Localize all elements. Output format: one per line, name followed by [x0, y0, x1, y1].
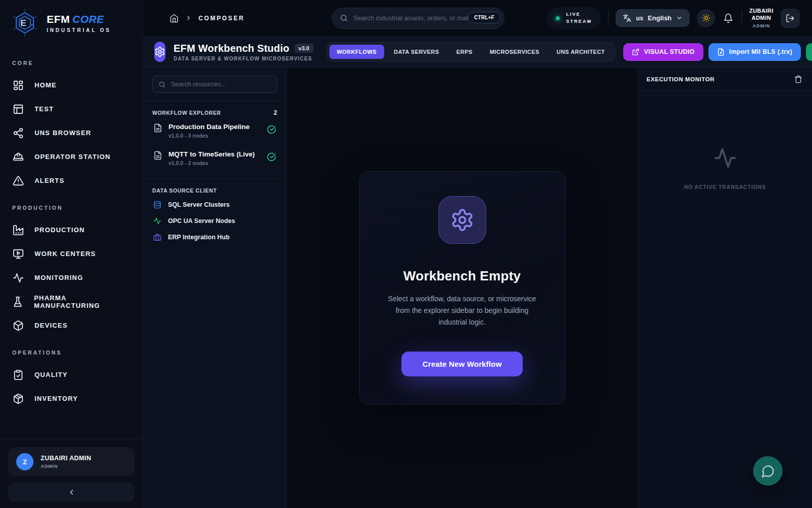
- sidebar-item-quality[interactable]: QUALITY: [0, 363, 143, 387]
- svg-text:E: E: [20, 18, 26, 28]
- external-link-icon: [632, 48, 639, 56]
- chevron-right-icon: [185, 15, 192, 21]
- sidebar-collapse-button[interactable]: [8, 483, 134, 502]
- content-row: WORKFLOW EXPLORER 2 Production Data Pipe…: [143, 68, 812, 508]
- datasource-item-erp-integration-hub[interactable]: ERP Integration Hub: [152, 229, 277, 245]
- execution-monitor-header: EXECUTION MONITOR: [638, 68, 812, 91]
- language-selector[interactable]: us English: [616, 9, 690, 27]
- workflow-item-production-data-pipeline[interactable]: Production Data Pipeline v1.0.0 - 3 node…: [152, 116, 277, 144]
- topbar-user-info: ZUBAIRIADMIN ADMIN: [749, 8, 773, 28]
- execution-monitor-title: EXECUTION MONITOR: [647, 76, 715, 82]
- page-subtitle: DATA SERVER & WORKFLOW MICROSERVICES: [174, 56, 314, 61]
- sidebar-item-pharma-manufacturing[interactable]: PHARMA MANUFACTURING: [0, 290, 143, 313]
- divider: [143, 179, 286, 179]
- create-new-workflow-button[interactable]: Create New Workflow: [401, 352, 523, 376]
- sidebar-item-alerts[interactable]: ALERTS: [0, 169, 143, 193]
- divider: [608, 11, 608, 26]
- sidebar-item-production[interactable]: PRODUCTION: [0, 218, 143, 242]
- empty-state-title: Workbench Empty: [403, 268, 521, 284]
- tab-workflows[interactable]: WORKFLOWS: [329, 45, 385, 59]
- version-badge: v3.0: [294, 44, 313, 53]
- workflow-meta: v1.0.0 - 3 nodes: [168, 133, 250, 139]
- explorer-panel: WORKFLOW EXPLORER 2 Production Data Pipe…: [143, 68, 287, 508]
- workbench-titleblock: EFM Workbench Studio v3.0 DATA SERVER & …: [174, 43, 314, 61]
- translate-icon: [623, 14, 631, 22]
- sidebar-user-role: ADMIN: [41, 463, 91, 469]
- briefcase-icon: [153, 233, 161, 241]
- sidebar-footer: Z ZUBAIRI ADMIN ADMIN: [0, 439, 143, 508]
- nav-section-label: CORE: [0, 55, 143, 73]
- divider: [741, 11, 742, 26]
- activity-pulse-icon: [714, 146, 737, 170]
- layout-icon: [12, 104, 24, 115]
- workbench-gear-icon: [154, 42, 165, 62]
- tab-microservices[interactable]: MICROSERVICES: [482, 45, 547, 59]
- workbench-canvas: Workbench Empty Select a workflow, data …: [287, 68, 637, 508]
- sun-icon: [702, 14, 710, 22]
- visual-studio-button[interactable]: VISUAL STUDIO: [623, 43, 703, 61]
- gear-icon: [438, 196, 486, 244]
- alert-triangle-icon: [12, 175, 24, 186]
- sidebar-item-devices[interactable]: DEVICES: [0, 313, 143, 337]
- cube-icon: [12, 320, 24, 331]
- topbar: COMPOSER CTRL+F LIVESTREAM us English: [143, 0, 812, 37]
- datasource-item-sql-server-clusters[interactable]: SQL Server Clusters: [152, 197, 277, 213]
- home-icon[interactable]: [170, 14, 179, 23]
- clipboard-check-icon: [12, 369, 24, 380]
- tab-data-servers[interactable]: DATA SERVERS: [386, 45, 447, 59]
- sidebar-item-inventory[interactable]: INVENTORY: [0, 387, 143, 410]
- workbench-actions: VISUAL STUDIO Import MII BLS (.trx) NEW …: [623, 43, 812, 61]
- execution-monitor-panel: EXECUTION MONITOR NO ACTIVE TRANSACTIONS: [637, 68, 812, 508]
- topbar-user-role: ADMIN: [749, 23, 773, 28]
- import-bls-button[interactable]: Import MII BLS (.trx): [708, 43, 801, 61]
- sidebar-item-test[interactable]: TEST: [0, 97, 143, 121]
- resource-search[interactable]: [152, 76, 277, 93]
- notifications-button[interactable]: [722, 12, 734, 24]
- search-icon: [158, 81, 166, 88]
- efm-logo-icon: E: [10, 8, 40, 38]
- share-network-icon: [12, 128, 24, 139]
- brand-name: EFMCORE: [47, 13, 111, 25]
- empty-state-description: Select a workflow, data source, or micro…: [386, 293, 538, 328]
- live-stream-indicator[interactable]: LIVESTREAM: [547, 7, 601, 29]
- sidebar-item-work-centers[interactable]: WORK CENTERS: [0, 242, 143, 266]
- file-import-icon: [717, 48, 725, 56]
- workflow-explorer-label: WORKFLOW EXPLORER: [152, 110, 221, 116]
- sidebar-user-card[interactable]: Z ZUBAIRI ADMIN ADMIN: [8, 447, 134, 477]
- home-grid-icon: [12, 80, 24, 91]
- chat-fab-button[interactable]: [753, 456, 783, 486]
- language-label: English: [648, 14, 671, 22]
- sidebar-item-home[interactable]: HOME: [0, 73, 143, 97]
- live-dot-icon: [556, 16, 560, 20]
- sidebar-item-uns-browser[interactable]: UNS BROWSER: [0, 121, 143, 145]
- monitor-empty-state: NO ACTIVE TRANSACTIONS: [638, 91, 812, 190]
- chevron-down-icon: [676, 15, 683, 21]
- workflow-item-mqtt-to-timeseries[interactable]: MQTT to TimeSeries (Live) v1.0.0 - 2 nod…: [152, 144, 277, 171]
- resource-search-input[interactable]: [171, 81, 271, 88]
- trash-icon[interactable]: [793, 74, 803, 84]
- sidebar-item-operator-station[interactable]: OPERATOR STATION: [0, 145, 143, 169]
- data-source-header: DATA SOURCE CLIENT: [152, 187, 277, 194]
- new-project-button[interactable]: NEW PROJECT: [806, 43, 812, 61]
- logout-button[interactable]: [781, 9, 800, 28]
- chevron-left-icon: [67, 488, 76, 496]
- theme-toggle-button[interactable]: [697, 9, 715, 27]
- datasource-item-opc-ua-server-nodes[interactable]: OPC UA Server Nodes: [152, 213, 277, 229]
- tab-uns-architect[interactable]: UNS ARCHITECT: [549, 45, 613, 59]
- page-title: EFM Workbench Studio: [174, 43, 289, 54]
- workflow-meta: v1.0.0 - 2 nodes: [168, 160, 255, 166]
- sidebar-item-monitoring[interactable]: MONITORING: [0, 266, 143, 290]
- nav-section-core: CORE HOME TEST UNS BROWSER OPERATOR STAT…: [0, 55, 143, 193]
- data-source-label: DATA SOURCE CLIENT: [152, 187, 217, 194]
- check-circle-icon: [267, 125, 276, 134]
- file-icon: [153, 151, 162, 160]
- chat-bubble-icon: [761, 464, 775, 478]
- global-search[interactable]: CTRL+F: [332, 8, 504, 29]
- breadcrumb: COMPOSER: [170, 14, 245, 23]
- brand-header: E EFMCORE INDUSTRIAL OS: [0, 0, 143, 46]
- nav-section-production: PRODUCTION PRODUCTION WORK CENTERS MONIT…: [0, 200, 143, 337]
- app-sidebar: E EFMCORE INDUSTRIAL OS CORE HOME: [0, 0, 143, 508]
- tab-erps[interactable]: ERPS: [449, 45, 480, 59]
- brand-tagline: INDUSTRIAL OS: [47, 27, 111, 33]
- workflow-count-badge: 2: [274, 109, 277, 116]
